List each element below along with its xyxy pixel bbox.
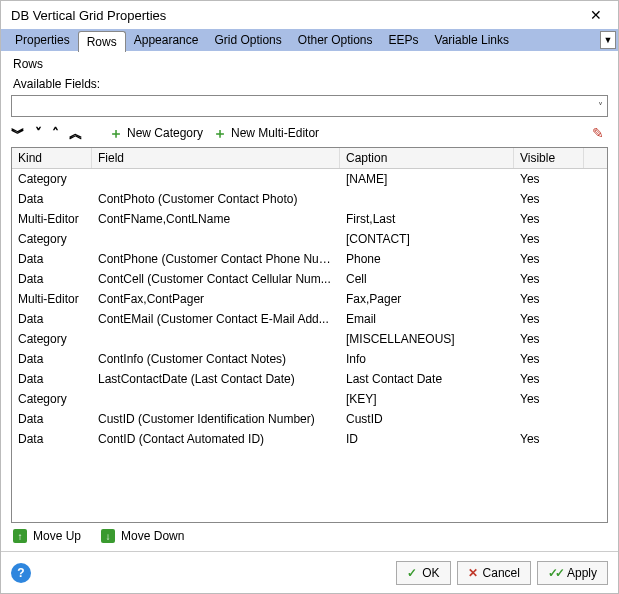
tab-properties[interactable]: Properties	[7, 30, 78, 50]
table-row[interactable]: Category[KEY]Yes	[12, 389, 607, 409]
cell-field: ContPhone (Customer Contact Phone Num...	[92, 249, 340, 269]
table-row[interactable]: Category[NAME]Yes	[12, 169, 607, 189]
close-icon: ✕	[590, 7, 602, 23]
col-header-caption[interactable]: Caption	[340, 148, 514, 168]
table-row[interactable]: DataContID (Contact Automated ID)IDYes	[12, 429, 607, 449]
cell-visible: Yes	[514, 309, 584, 329]
cell-kind: Category	[12, 389, 92, 409]
chevron-down-icon: ˅	[598, 101, 603, 112]
titlebar: DB Vertical Grid Properties ✕	[1, 1, 618, 29]
cell-caption: Fax,Pager	[340, 289, 514, 309]
tab-grid-options[interactable]: Grid Options	[206, 30, 289, 50]
cell-kind: Category	[12, 329, 92, 349]
available-fields-combo[interactable]: ˅	[11, 95, 608, 117]
collapse-button[interactable]: ˄	[52, 126, 59, 140]
tab-overflow-button[interactable]: ▼	[600, 31, 616, 49]
table-row[interactable]: Multi-EditorContFName,ContLNameFirst,Las…	[12, 209, 607, 229]
table-body: Category[NAME]YesDataContPhoto (Customer…	[12, 169, 607, 522]
cell-caption: ID	[340, 429, 514, 449]
help-icon: ?	[17, 566, 24, 580]
table-row[interactable]: Category[CONTACT]Yes	[12, 229, 607, 249]
col-header-kind[interactable]: Kind	[12, 148, 92, 168]
cell-field: ContEMail (Customer Contact E-Mail Add..…	[92, 309, 340, 329]
cell-visible: Yes	[514, 249, 584, 269]
cell-visible: Yes	[514, 169, 584, 189]
double-check-icon: ✓✓	[548, 566, 562, 580]
table-row[interactable]: DataContCell (Customer Contact Cellular …	[12, 269, 607, 289]
cell-kind: Data	[12, 349, 92, 369]
cell-visible: Yes	[514, 189, 584, 209]
double-chevron-up-icon: ︽	[69, 126, 83, 140]
cell-kind: Multi-Editor	[12, 289, 92, 309]
table-row[interactable]: DataLastContactDate (Last Contact Date)L…	[12, 369, 607, 389]
new-category-button[interactable]: ＋ New Category	[109, 126, 203, 140]
cell-visible: Yes	[514, 429, 584, 449]
tab-strip: Properties Rows Appearance Grid Options …	[1, 29, 618, 51]
expand-button[interactable]: ˅	[35, 126, 42, 140]
cell-field: ContFax,ContPager	[92, 289, 340, 309]
move-down-button[interactable]: ↓ Move Down	[101, 529, 184, 543]
window-title: DB Vertical Grid Properties	[11, 8, 580, 23]
cell-field: CustID (Customer Identification Number)	[92, 409, 340, 429]
cell-field: ContCell (Customer Contact Cellular Num.…	[92, 269, 340, 289]
table-row[interactable]: Multi-EditorContFax,ContPagerFax,PagerYe…	[12, 289, 607, 309]
move-up-button[interactable]: ↑ Move Up	[13, 529, 81, 543]
cell-visible	[514, 409, 584, 429]
collapse-all-button[interactable]: ︽	[69, 126, 83, 140]
cell-caption: Phone	[340, 249, 514, 269]
apply-button[interactable]: ✓✓ Apply	[537, 561, 608, 585]
cell-kind: Category	[12, 169, 92, 189]
cell-caption: [CONTACT]	[340, 229, 514, 249]
ok-button[interactable]: ✓ OK	[396, 561, 450, 585]
help-button[interactable]: ?	[11, 563, 31, 583]
col-header-field[interactable]: Field	[92, 148, 340, 168]
cell-caption: [NAME]	[340, 169, 514, 189]
cell-visible: Yes	[514, 369, 584, 389]
expand-all-button[interactable]: ︾	[11, 126, 25, 140]
cell-kind: Data	[12, 189, 92, 209]
edit-button[interactable]: ✎	[592, 125, 608, 141]
cell-caption: Info	[340, 349, 514, 369]
move-down-label: Move Down	[121, 529, 184, 543]
cell-field	[92, 229, 340, 249]
cell-field: LastContactDate (Last Contact Date)	[92, 369, 340, 389]
cell-visible: Yes	[514, 229, 584, 249]
cell-kind: Data	[12, 429, 92, 449]
table-row[interactable]: DataContPhone (Customer Contact Phone Nu…	[12, 249, 607, 269]
table-row[interactable]: Category[MISCELLANEOUS]Yes	[12, 329, 607, 349]
tab-rows[interactable]: Rows	[78, 31, 126, 52]
col-header-visible[interactable]: Visible	[514, 148, 584, 168]
check-icon: ✓	[407, 566, 417, 580]
table-row[interactable]: DataContInfo (Customer Contact Notes)Inf…	[12, 349, 607, 369]
apply-label: Apply	[567, 566, 597, 580]
new-multi-editor-label: New Multi-Editor	[231, 126, 319, 140]
table-row[interactable]: DataContPhoto (Customer Contact Photo)Ye…	[12, 189, 607, 209]
tab-eeps[interactable]: EEPs	[381, 30, 427, 50]
tab-appearance[interactable]: Appearance	[126, 30, 207, 50]
cell-visible: Yes	[514, 329, 584, 349]
cell-visible: Yes	[514, 389, 584, 409]
table-row[interactable]: DataCustID (Customer Identification Numb…	[12, 409, 607, 429]
new-category-label: New Category	[127, 126, 203, 140]
move-bar: ↑ Move Up ↓ Move Down	[11, 523, 608, 545]
cell-field: ContInfo (Customer Contact Notes)	[92, 349, 340, 369]
cell-caption: [KEY]	[340, 389, 514, 409]
cell-kind: Category	[12, 229, 92, 249]
arrow-down-icon: ↓	[101, 529, 115, 543]
cell-visible: Yes	[514, 209, 584, 229]
cell-kind: Data	[12, 309, 92, 329]
tab-other-options[interactable]: Other Options	[290, 30, 381, 50]
table-row[interactable]: DataContEMail (Customer Contact E-Mail A…	[12, 309, 607, 329]
chevron-down-icon: ˅	[35, 126, 42, 140]
cell-visible: Yes	[514, 269, 584, 289]
cell-caption: Email	[340, 309, 514, 329]
cancel-label: Cancel	[483, 566, 520, 580]
close-button[interactable]: ✕	[580, 3, 612, 27]
tab-variable-links[interactable]: Variable Links	[427, 30, 517, 50]
new-multi-editor-button[interactable]: ＋ New Multi-Editor	[213, 126, 319, 140]
rows-table: Kind Field Caption Visible Category[NAME…	[11, 147, 608, 523]
cell-kind: Data	[12, 409, 92, 429]
double-chevron-down-icon: ︾	[11, 126, 25, 140]
cancel-button[interactable]: ✕ Cancel	[457, 561, 531, 585]
dialog-window: DB Vertical Grid Properties ✕ Properties…	[0, 0, 619, 594]
